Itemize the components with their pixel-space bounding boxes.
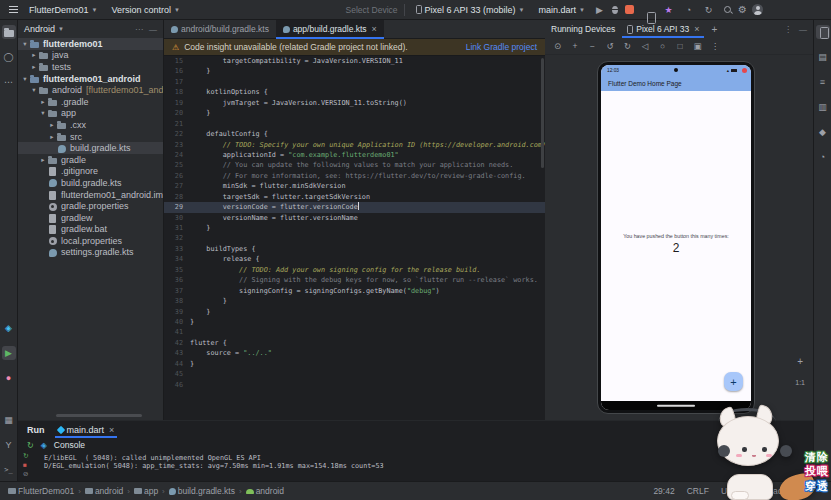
emulator-screen[interactable]: 12:03 ▴ Flutter Demo Home Page You have …	[601, 65, 751, 410]
tree-item-build-gradle-kts[interactable]: build.gradle.kts	[18, 177, 163, 189]
code-line-22[interactable]: 22 defaultConfig {	[164, 129, 545, 139]
git-branch-icon[interactable]: Y	[2, 438, 16, 452]
home-icon[interactable]: ○	[658, 41, 667, 51]
run-configuration-selector[interactable]: main.dart ▼	[534, 3, 590, 17]
code-line-31[interactable]: 31 }	[164, 223, 545, 233]
zoom-in-button[interactable]: +	[797, 356, 803, 367]
chevron-down-icon[interactable]: ▾	[39, 109, 47, 117]
project-icon[interactable]	[2, 25, 16, 39]
code-line-43[interactable]: 43 source = "../.."	[164, 348, 545, 358]
code-line-28[interactable]: 28 targetSdk = flutter.targetSdkVersion	[164, 192, 545, 202]
add-device-button[interactable]: +	[711, 24, 717, 35]
screenshot-icon[interactable]: ▣	[693, 41, 702, 51]
clear-icon[interactable]: ⊘	[23, 471, 28, 478]
tree-item-local-properties[interactable]: local.properties	[18, 235, 163, 247]
breadcrumb-android[interactable]: android	[246, 486, 284, 496]
app-inspection-icon[interactable]: ◔	[816, 150, 830, 164]
code-line-35[interactable]: 35 // TODO: Add your own signing config …	[164, 265, 545, 275]
stop-button[interactable]	[624, 5, 635, 14]
stop-icon[interactable]: ■	[23, 462, 28, 469]
more-tool-windows-icon[interactable]: ⋯	[2, 75, 16, 89]
hide-icon[interactable]: —	[799, 25, 807, 34]
code-line-34[interactable]: 34 release {	[164, 254, 545, 264]
close-icon[interactable]: ×	[694, 24, 699, 34]
code-line-24[interactable]: 24 applicationId = "com.example.flutterd…	[164, 150, 545, 160]
structure-icon[interactable]: ≡	[816, 75, 830, 89]
cursor-position[interactable]: 29:42	[653, 486, 674, 496]
devtools-icon[interactable]: ◈	[41, 441, 47, 450]
code-line-36[interactable]: 36 // Signing with the debug keys for no…	[164, 275, 545, 285]
main-menu-button[interactable]	[6, 3, 20, 17]
code-line-19[interactable]: 19 jvmTarget = JavaVersion.VERSION_11.to…	[164, 98, 545, 108]
code-line-23[interactable]: 23 // TODO: Specify your own unique Appl…	[164, 140, 545, 150]
overview-icon[interactable]: □	[676, 41, 685, 51]
editor-tab-android-build-gradle-kts[interactable]: android/build.gradle.kts	[164, 20, 276, 38]
tree-item-gradle-properties[interactable]: gradle.properties	[18, 200, 163, 212]
code-line-20[interactable]: 20 }	[164, 108, 545, 118]
close-icon[interactable]: ×	[372, 24, 377, 34]
code-editor[interactable]: 15 targetCompatibility = JavaVersion.VER…	[164, 56, 545, 419]
vcs-widget[interactable]: Version control ▼	[106, 3, 185, 17]
increment-fab[interactable]: +	[724, 372, 743, 391]
code-line-27[interactable]: 27 minSdk = flutter.minSdkVersion	[164, 181, 545, 191]
running-devices-icon[interactable]	[816, 25, 830, 39]
code-line-17[interactable]: 17	[164, 77, 545, 87]
tree-item-build-gradle-kts[interactable]: build.gradle.kts	[18, 142, 163, 154]
device-placeholder[interactable]: Select Device	[346, 5, 398, 15]
tree-item-cxx[interactable]: ▸.cxx	[18, 119, 163, 131]
tree-item-java[interactable]: ▸java	[18, 50, 163, 62]
chevron-down-icon[interactable]: ▾	[21, 75, 29, 83]
code-line-39[interactable]: 39 }	[164, 307, 545, 317]
chevron-right-icon[interactable]: ▸	[39, 156, 47, 164]
terminal-icon[interactable]: >_	[2, 463, 16, 477]
chevron-right-icon[interactable]: ▸	[30, 51, 38, 59]
volume-up-icon[interactable]: +	[571, 41, 580, 51]
tree-item-flutterdemo01-android[interactable]: ▾flutterdemo01_android	[18, 73, 163, 85]
run-tab-main-dart[interactable]: main.dart ×	[55, 421, 118, 438]
chevron-right-icon[interactable]: ▸	[39, 98, 47, 106]
hot-restart-icon[interactable]: ↻	[23, 453, 28, 460]
breadcrumb-flutterdemo01[interactable]: FlutterDemo01	[8, 486, 74, 496]
chevron-right-icon[interactable]: ▸	[48, 133, 56, 141]
device-tab[interactable]: Pixel 6 API 33 ×	[622, 20, 704, 38]
tree-item-android[interactable]: ▾android[flutterdemo01_android]	[18, 84, 163, 96]
breadcrumb-build-gradle-kts[interactable]: build.gradle.kts	[169, 486, 235, 496]
code-line-42[interactable]: 42flutter {	[164, 338, 545, 348]
zoom-level[interactable]: 1:1	[795, 379, 805, 386]
code-line-25[interactable]: 25 // You can update the following value…	[164, 160, 545, 170]
more-icon[interactable]: ⋯	[135, 25, 143, 34]
commit-icon[interactable]: ◯	[2, 50, 16, 64]
settings-sync-icon[interactable]: ↻	[703, 5, 714, 15]
services-icon[interactable]: ▦	[2, 413, 16, 427]
tree-item-gradlew-bat[interactable]: gradlew.bat	[18, 224, 163, 236]
tree-item-src[interactable]: ▸src	[18, 131, 163, 143]
gesture-pill[interactable]	[657, 404, 695, 407]
code-line-29[interactable]: 29 versionCode = flutter.versionCode	[164, 202, 545, 212]
volume-down-icon[interactable]: −	[588, 41, 597, 51]
pet-plugin-icon[interactable]: ●	[2, 371, 16, 385]
code-line-30[interactable]: 30 versionName = flutter.versionName	[164, 213, 545, 223]
code-line-16[interactable]: 16 }	[164, 66, 545, 76]
console[interactable]: ↻■⊘≡ E/libEGL ( 5048): called unimplemen…	[18, 452, 813, 471]
code-line-21[interactable]: 21	[164, 119, 545, 129]
power-icon[interactable]: ⊙	[553, 41, 562, 51]
code-line-45[interactable]: 45	[164, 369, 545, 379]
run-tool-icon[interactable]: ▶	[2, 346, 16, 360]
code-line-40[interactable]: 40}	[164, 317, 545, 327]
run-button[interactable]: ▶	[594, 5, 605, 15]
code-line-44[interactable]: 44}	[164, 359, 545, 369]
breadcrumb-android[interactable]: android	[85, 486, 123, 496]
chevron-right-icon[interactable]: ▸	[48, 121, 56, 129]
debug-button[interactable]	[609, 6, 620, 14]
chevron-down-icon[interactable]: ▾	[30, 86, 38, 94]
project-view-selector[interactable]: Android	[24, 24, 55, 34]
chevron-right-icon[interactable]: ▸	[30, 63, 38, 71]
link-gradle-project-link[interactable]: Link Gradle project	[466, 42, 537, 52]
tree-item-settings-gradle-kts[interactable]: settings.gradle.kts	[18, 247, 163, 259]
editor-tab-app-build-gradle-kts[interactable]: app/build.gradle.kts×	[276, 20, 384, 38]
gemini-icon[interactable]: ★	[663, 5, 674, 15]
tree-item-tests[interactable]: ▸tests	[18, 61, 163, 73]
chevron-down-icon[interactable]: ▾	[21, 40, 29, 48]
settings-button[interactable]: ⚙	[737, 4, 748, 15]
tree-item-gitignore[interactable]: .gitignore	[18, 166, 163, 178]
